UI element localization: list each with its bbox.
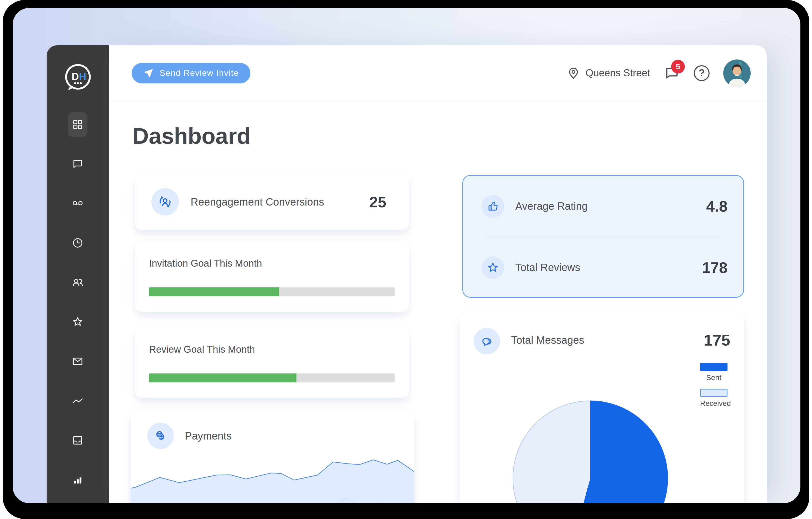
envelope-icon	[71, 355, 84, 367]
review-goal-title: Review Goal This Month	[149, 344, 395, 355]
reengagement-icon-bubble	[151, 188, 179, 216]
messages-legend: Sent Received	[700, 363, 727, 415]
sidebar: D H	[47, 45, 109, 503]
legend-received-swatch	[700, 389, 727, 397]
total-reviews-label: Total Reviews	[515, 262, 580, 273]
invitation-goal-progress-fill	[149, 287, 279, 296]
legend-sent-swatch	[700, 363, 727, 371]
reengagement-icon	[157, 194, 173, 210]
avatar-image	[723, 59, 751, 87]
sidebar-item-reviews[interactable]	[68, 309, 87, 334]
chat-bubbles-icon	[480, 334, 494, 348]
coins-icon	[153, 429, 168, 443]
average-rating-value: 4.8	[706, 197, 727, 215]
total-messages-card: Total Messages 175 Sent Received	[460, 313, 744, 503]
reengagement-label: Reengagement Conversions	[191, 196, 324, 208]
sidebar-item-dashboard[interactable]	[68, 112, 87, 137]
logo-letter-d: D	[71, 71, 79, 82]
messages-notification[interactable]: 5	[664, 65, 680, 81]
notification-badge: 5	[671, 60, 685, 73]
average-rating-icon-bubble	[482, 195, 504, 218]
average-rating-label: Average Rating	[515, 200, 588, 212]
total-reviews-row: Total Reviews 178	[463, 237, 743, 298]
voicemail-icon	[71, 197, 84, 210]
total-reviews-value: 178	[702, 259, 727, 276]
payments-main-area	[130, 460, 414, 503]
review-goal-progress-track	[149, 373, 395, 383]
messages-pie-chart	[513, 401, 668, 503]
sidebar-item-reports[interactable]	[68, 467, 87, 492]
star-icon	[487, 261, 499, 274]
grid-icon	[71, 118, 84, 130]
logo-letter-h: H	[79, 71, 86, 82]
sidebar-item-analytics[interactable]	[68, 389, 87, 413]
legend-sent-label: Sent	[700, 373, 727, 382]
payments-label: Payments	[185, 430, 232, 442]
review-goal-progress-fill	[149, 373, 296, 383]
invitation-goal-progress-track	[149, 287, 395, 296]
sidebar-item-voicemail[interactable]	[68, 191, 87, 216]
payments-icon-bubble	[147, 423, 174, 449]
app-logo[interactable]: D H	[61, 61, 95, 95]
page-title: Dashboard	[133, 123, 251, 149]
user-avatar[interactable]	[723, 59, 751, 87]
payments-header: Payments	[130, 409, 414, 449]
topbar-right: Queens Street 5 ?	[567, 59, 751, 87]
inbox-icon	[71, 434, 84, 446]
sidebar-nav	[47, 112, 109, 492]
total-messages-value: 175	[704, 331, 730, 349]
average-rating-row: Average Rating 4.8	[463, 176, 743, 237]
payments-area-chart	[130, 449, 414, 503]
topbar: Send Review Invite Queens Street 5	[109, 45, 767, 101]
trend-icon	[71, 395, 84, 407]
reengagement-value: 25	[369, 193, 386, 211]
help-button[interactable]: ?	[694, 65, 709, 81]
thumbs-up-icon	[487, 200, 499, 213]
users-icon	[71, 276, 84, 288]
reengagement-conversions-card: Reengagement Conversions 25	[135, 174, 409, 230]
sidebar-item-history[interactable]	[68, 231, 87, 255]
review-goal-card: Review Goal This Month	[135, 328, 409, 398]
invitation-goal-card: Invitation Goal This Month	[135, 242, 409, 312]
payments-card: Payments	[130, 409, 414, 503]
star-icon	[71, 316, 84, 328]
sidebar-item-inbox[interactable]	[68, 428, 87, 453]
help-glyph: ?	[698, 67, 704, 79]
location-selector[interactable]: Queens Street	[567, 66, 650, 80]
clock-icon	[71, 237, 84, 249]
bar-chart-icon	[71, 474, 84, 486]
dashboard-content: Dashboard Reengagement Conversions 25	[109, 102, 767, 503]
legend-received-label: Received	[700, 399, 727, 408]
app-window: D H	[12, 8, 801, 503]
send-review-invite-button[interactable]: Send Review Invite	[132, 63, 251, 84]
sidebar-item-contacts[interactable]	[68, 270, 87, 295]
location-label: Queens Street	[586, 67, 650, 79]
chat-icon	[71, 158, 84, 170]
sidebar-item-conversations[interactable]	[68, 152, 87, 176]
invitation-goal-title: Invitation Goal This Month	[149, 258, 395, 269]
total-messages-header: Total Messages 175	[460, 313, 744, 354]
location-pin-icon	[567, 66, 580, 80]
send-review-invite-label: Send Review Invite	[160, 68, 239, 78]
paper-plane-icon	[143, 68, 154, 79]
main-panel: Send Review Invite Queens Street 5	[109, 45, 767, 503]
sidebar-item-email[interactable]	[68, 349, 87, 374]
total-messages-icon-bubble	[474, 328, 500, 354]
ratings-summary-card: Average Rating 4.8 Total Reviews 178	[462, 175, 744, 298]
total-messages-label: Total Messages	[511, 334, 584, 346]
total-reviews-icon-bubble	[482, 256, 504, 279]
